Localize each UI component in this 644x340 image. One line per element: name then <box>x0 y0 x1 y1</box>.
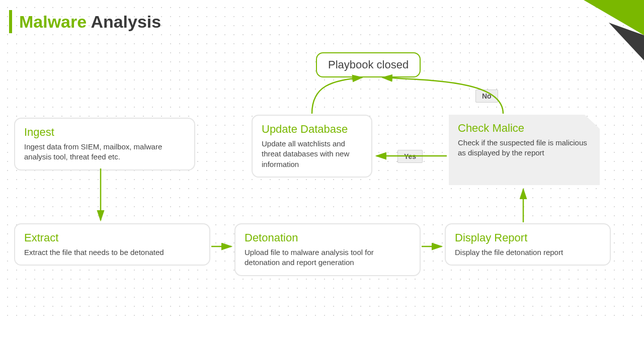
node-extract: Extract Extract the file that needs to b… <box>14 223 210 266</box>
node-display-text: Display the file detonation report <box>455 247 601 258</box>
node-ingest-title: Ingest <box>24 126 185 139</box>
node-extract-text: Extract the file that needs to be detona… <box>24 247 200 258</box>
svg-marker-0 <box>584 0 644 35</box>
title-text: Malware Analysis <box>19 12 161 32</box>
label-no: No <box>475 90 498 103</box>
title-word-2: Analysis <box>91 12 161 31</box>
node-update-title: Update Database <box>262 123 362 136</box>
node-display: Display Report Display the file detonati… <box>445 223 611 266</box>
node-display-title: Display Report <box>455 231 601 244</box>
node-ingest: Ingest Ingest data from SIEM, mailbox, m… <box>14 118 195 171</box>
label-yes: Yes <box>397 150 423 163</box>
node-extract-title: Extract <box>24 231 200 244</box>
node-playbook-closed: Playbook closed <box>316 52 421 77</box>
node-detonation: Detonation Upload file to malware analys… <box>234 223 421 276</box>
node-check-text: Check if the suspected file is malicious… <box>458 138 591 158</box>
node-update-text: Update all watchlists and threat databas… <box>262 139 362 169</box>
corner-decoration <box>584 0 644 60</box>
title-accent-bar <box>9 10 12 33</box>
title-word-1: Malware <box>19 12 87 31</box>
node-update-database: Update Database Update all watchlists an… <box>252 115 372 178</box>
node-check-title: Check Malice <box>458 122 591 135</box>
node-ingest-text: Ingest data from SIEM, mailbox, malware … <box>24 142 185 162</box>
node-check-malice: Check Malice Check if the suspected file… <box>449 115 600 185</box>
node-detonation-title: Detonation <box>245 231 411 244</box>
page-title: Malware Analysis <box>9 10 161 33</box>
node-detonation-text: Upload file to malware analysis tool for… <box>245 247 411 268</box>
